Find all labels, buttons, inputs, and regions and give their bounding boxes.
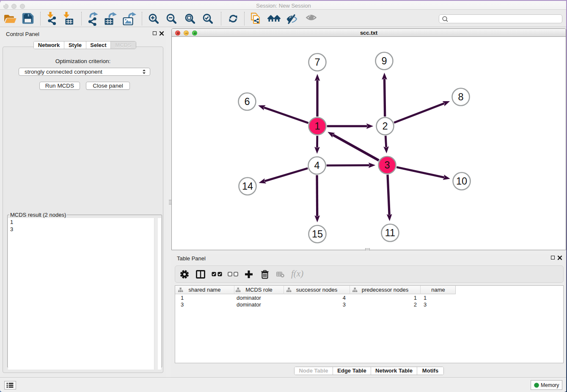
svg-text:4: 4 (314, 160, 319, 171)
svg-text:9: 9 (381, 55, 387, 66)
svg-text:14: 14 (242, 181, 253, 192)
svg-text:15: 15 (312, 229, 323, 240)
svg-text:3: 3 (384, 160, 390, 171)
svg-text:2: 2 (382, 121, 388, 132)
svg-text:6: 6 (244, 96, 250, 107)
svg-text:11: 11 (385, 227, 395, 238)
svg-text:10: 10 (456, 176, 467, 187)
svg-text:8: 8 (458, 91, 463, 102)
svg-text:7: 7 (314, 57, 320, 68)
svg-text:1: 1 (314, 121, 320, 132)
